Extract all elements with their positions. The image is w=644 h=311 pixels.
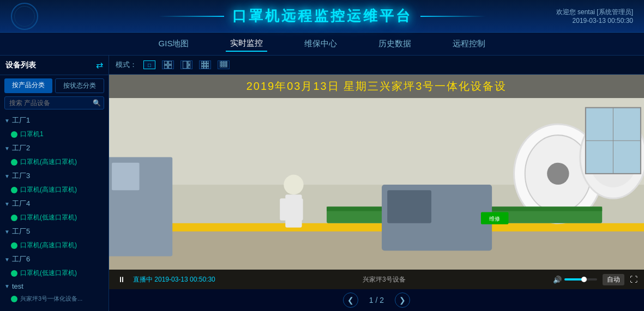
factory-4[interactable]: ▼ 工厂4 [0, 196, 109, 211]
device-status-icon [11, 187, 17, 193]
factory-2-label: 工厂2 [12, 143, 30, 153]
factory-3[interactable]: ▼ 工厂3 [0, 168, 109, 184]
sidebar: 设备列表 ⇄ 按产品分类 按状态分类 🔍 ▼ 工厂1 口罩机1 ▼ 工厂2 [0, 56, 109, 311]
device-factory6-1[interactable]: 口罩机(低速口罩机) [0, 267, 109, 279]
mode-4x4[interactable] [218, 60, 230, 69]
svg-rect-44 [297, 198, 303, 220]
datetime: 2019-03-13 00:50:30 [556, 17, 633, 25]
mode-label: 模式： [116, 60, 137, 70]
svg-rect-12 [207, 64, 209, 66]
device-list: ▼ 工厂1 口罩机1 ▼ 工厂2 口罩机(高速口罩机) ▼ 工厂3 [0, 113, 109, 311]
svg-rect-9 [207, 61, 209, 63]
svg-rect-27 [226, 65, 227, 67]
device-test-1-label: 兴家坪3号一体化设备... [20, 295, 82, 303]
pagination: ❮ 1 / 2 ❯ [109, 289, 644, 311]
device-factory1-1-label: 口罩机1 [20, 130, 44, 139]
arrow-icon: ▼ [4, 283, 10, 289]
video-controls: ⏸ 直播中 2019-03-13 00:50:30 兴家坪3号设备 🔊 自动 ⛶ [109, 270, 644, 289]
fullscreen-button[interactable]: ⛶ [630, 275, 637, 284]
pause-button[interactable]: ⏸ [116, 274, 128, 285]
nav-maintenance[interactable]: 维保中心 [300, 36, 341, 51]
header-deco [11, 3, 38, 30]
video-overlay-title: 2019年03月13日 星期三兴家坪3号一体化设备设 [109, 75, 644, 98]
svg-point-34 [547, 163, 569, 185]
welcome-text: 欢迎您 sentai [系统管理员] [556, 8, 633, 17]
svg-rect-5 [188, 61, 190, 64]
svg-rect-10 [201, 64, 203, 66]
device-factory3-1[interactable]: 口罩机(高速口罩机) [0, 184, 109, 196]
device-factory3-1-label: 口罩机(高速口罩机) [20, 185, 77, 194]
next-page-button[interactable]: ❯ [395, 292, 410, 308]
device-status-icon [11, 242, 17, 249]
tab-by-status[interactable]: 按状态分类 [55, 78, 104, 93]
svg-rect-13 [201, 66, 203, 69]
volume-dot [581, 277, 587, 282]
auto-button[interactable]: 自动 [603, 274, 624, 285]
device-name-label: 兴家坪3号设备 [363, 275, 406, 284]
factory-6[interactable]: ▼ 工厂6 [0, 252, 109, 267]
device-factory1-1[interactable]: 口罩机1 [0, 128, 109, 141]
svg-rect-0 [164, 61, 167, 64]
svg-rect-17 [222, 61, 224, 63]
svg-rect-4 [183, 61, 187, 69]
nav-remote[interactable]: 远程控制 [448, 36, 490, 51]
nav-gis[interactable]: GIS地图 [154, 36, 194, 51]
svg-rect-19 [226, 61, 227, 63]
device-status-icon [11, 159, 17, 166]
volume-control[interactable]: 🔊 [553, 276, 597, 284]
svg-rect-23 [226, 63, 227, 65]
nav-realtime[interactable]: 实时监控 [226, 36, 267, 52]
sidebar-header: 设备列表 ⇄ [0, 56, 109, 75]
device-status-icon [11, 215, 17, 221]
factory-4-label: 工厂4 [12, 199, 30, 209]
factory-3-label: 工厂3 [12, 171, 30, 181]
volume-slider[interactable] [564, 278, 597, 280]
svg-rect-24 [220, 65, 221, 67]
arrow-icon: ▼ [4, 145, 10, 151]
mode-single[interactable]: □ [143, 60, 155, 69]
factory-6-label: 工厂6 [12, 254, 30, 264]
device-status-icon [11, 296, 17, 302]
svg-rect-7 [201, 61, 203, 63]
deco-circle [11, 3, 38, 30]
svg-rect-8 [204, 61, 206, 63]
factory-test-label: test [12, 282, 23, 290]
page-current: 1 / 2 [369, 296, 384, 304]
arrow-icon: ▼ [4, 118, 10, 124]
device-factory5-1[interactable]: 口罩机(高速口罩机) [0, 239, 109, 252]
device-test-1[interactable]: 兴家坪3号一体化设备... [0, 293, 109, 304]
page-total-num: 2 [380, 296, 384, 304]
header: 口罩机远程监控运维平台 欢迎您 sentai [系统管理员] 2019-03-1… [0, 0, 644, 33]
mode-2x2[interactable] [162, 60, 174, 69]
device-factory4-1[interactable]: 口罩机(低速口罩机) [0, 211, 109, 224]
svg-rect-51 [112, 163, 140, 191]
svg-rect-3 [168, 65, 172, 69]
svg-rect-20 [220, 63, 221, 65]
factory-test[interactable]: ▼ test [0, 279, 109, 293]
device-factory2-1[interactable]: 口罩机(高速口罩机) [0, 156, 109, 168]
mode-bar: 模式： □ [109, 56, 644, 75]
svg-rect-14 [204, 66, 206, 69]
sidebar-search-box: 🔍 [4, 96, 104, 109]
svg-rect-31 [109, 223, 644, 231]
factory-2[interactable]: ▼ 工厂2 [0, 141, 109, 156]
mode-3x3[interactable] [199, 60, 211, 69]
factory-1[interactable]: ▼ 工厂1 [0, 113, 109, 128]
tab-by-product[interactable]: 按产品分类 [4, 78, 52, 93]
title-deco-right [420, 16, 486, 17]
factory-5[interactable]: ▼ 工厂5 [0, 224, 109, 239]
sidebar-refresh-icon[interactable]: ⇄ [96, 60, 103, 70]
mode-1x3[interactable] [180, 60, 192, 69]
main-area: 设备列表 ⇄ 按产品分类 按状态分类 🔍 ▼ 工厂1 口罩机1 ▼ 工厂2 [0, 56, 644, 311]
video-frame: 维修 [109, 75, 644, 289]
svg-text:维修: 维修 [489, 216, 500, 222]
search-input[interactable] [4, 96, 104, 109]
factory-5-label: 工厂5 [12, 227, 30, 236]
svg-rect-1 [168, 61, 172, 64]
sidebar-title: 设备列表 [5, 60, 36, 70]
user-info: 欢迎您 sentai [系统管理员] 2019-03-13 00:50:30 [556, 8, 633, 25]
prev-page-button[interactable]: ❮ [343, 292, 358, 308]
nav-history[interactable]: 历史数据 [374, 36, 416, 51]
video-container: 维修 2019年03月13日 星期三兴家坪3号一体化设备设 ⏸ 直播中 2019… [109, 75, 644, 289]
content-area: 模式： □ [109, 56, 644, 311]
